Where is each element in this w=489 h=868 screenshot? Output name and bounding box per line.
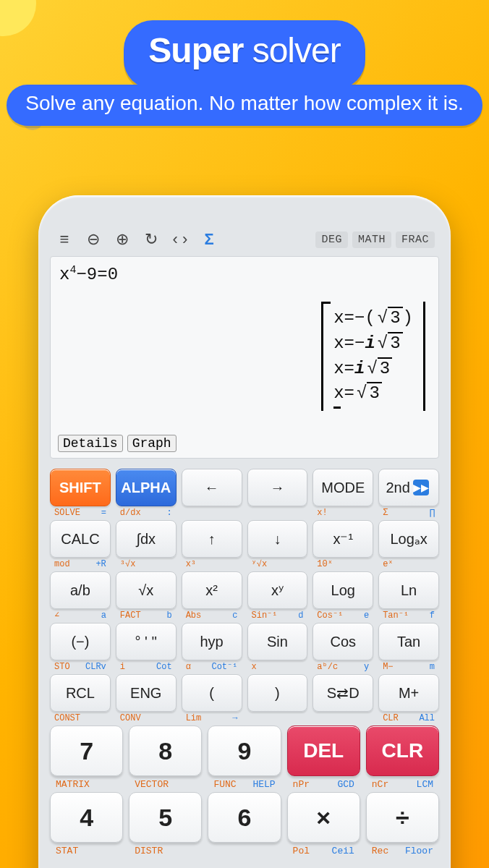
key-divide[interactable]: ÷ xyxy=(366,792,439,843)
key-row2-3[interactable]: ↓ xyxy=(247,520,308,558)
key-row4-5[interactable]: Tan xyxy=(378,623,439,660)
phone-frame: ≡ ⊖ ⊕ ↻ ‹ › Σ DEG MATH FRAC x4−9=0 x=−(3… xyxy=(38,195,451,868)
keypad: SHIFT ALPHA ← → MODE 2nd▶▶ SOLVE=d/dx:x!… xyxy=(50,469,439,856)
solution-1: x=−(3) xyxy=(333,306,413,331)
mode-frac[interactable]: FRAC xyxy=(396,231,435,248)
func-row-2: CALC∫dx↑↓x⁻¹Logₐx xyxy=(50,520,439,558)
sigma-icon[interactable]: Σ xyxy=(199,230,219,249)
solution-2: x=−i3 xyxy=(333,331,413,357)
expression: x4−9=0 xyxy=(59,264,430,284)
left-key[interactable]: ← xyxy=(182,469,242,506)
menu-icon[interactable]: ≡ xyxy=(54,230,75,249)
key-7[interactable]: 7 xyxy=(50,726,123,776)
key-6[interactable]: 6 xyxy=(208,792,281,843)
hints-row-4: STOCLRviCotαCot⁻¹xaᵇ/cyM−m xyxy=(50,663,439,673)
hero-banner: Super solver Solve any equation. No matt… xyxy=(0,0,489,126)
second-key[interactable]: 2nd▶▶ xyxy=(378,469,439,506)
key-multiply[interactable]: × xyxy=(287,792,360,843)
mode-indicators: DEG MATH FRAC xyxy=(315,231,435,248)
num-hints-1: MATRIXVECTORFUNCHELPnPrGCDnCrLCM xyxy=(50,779,439,790)
hints-row-1: SOLVE=d/dx:x!Σ∏ xyxy=(50,509,439,519)
zoom-in-icon[interactable]: ⊕ xyxy=(112,230,132,249)
key-row5-5[interactable]: M+ xyxy=(378,674,439,712)
code-icon[interactable]: ‹ › xyxy=(170,230,190,249)
calc-display: x4−9=0 x=−(3) x=−i3 x=i3 x=3 Details Gra… xyxy=(50,256,439,459)
zoom-out-icon[interactable]: ⊖ xyxy=(83,230,103,249)
key-row5-2[interactable]: ( xyxy=(182,674,242,712)
solution-3: x=i3 xyxy=(333,357,413,382)
forward-icon: ▶▶ xyxy=(413,480,429,495)
mode-deg[interactable]: DEG xyxy=(315,231,348,248)
key-row3-0[interactable]: a/b xyxy=(50,571,111,609)
hints-row-2: mod+R³√xx³ʸ√x10ˣeˣ xyxy=(50,560,439,570)
graph-button[interactable]: Graph xyxy=(127,435,177,452)
key-row4-2[interactable]: hyp xyxy=(182,623,242,660)
key-row5-0[interactable]: RCL xyxy=(50,674,111,712)
key-5[interactable]: 5 xyxy=(129,792,202,843)
right-key[interactable]: → xyxy=(247,469,308,506)
toolbar: ≡ ⊖ ⊕ ↻ ‹ › Σ DEG MATH FRAC xyxy=(50,229,439,256)
title-bubble: Super solver xyxy=(124,20,365,89)
subtitle-bubble: Solve any equation. No matter how comple… xyxy=(0,85,489,126)
key-8[interactable]: 8 xyxy=(129,726,202,776)
clr-key[interactable]: CLR xyxy=(366,726,439,776)
key-9[interactable]: 9 xyxy=(208,726,281,776)
func-row-5: RCLENG()S⇄DM+ xyxy=(50,674,439,712)
hints-row-3: ∠aFACTbAbscSin⁻¹dCos⁻¹eTan⁻¹f xyxy=(50,611,439,621)
del-key[interactable]: DEL xyxy=(287,726,360,776)
key-row3-5[interactable]: Ln xyxy=(378,571,439,609)
key-row2-5[interactable]: Logₐx xyxy=(378,520,439,558)
key-row3-2[interactable]: x² xyxy=(182,571,242,609)
key-row2-4[interactable]: x⁻¹ xyxy=(312,520,373,558)
alpha-key[interactable]: ALPHA xyxy=(116,469,177,506)
key-row3-3[interactable]: xʸ xyxy=(247,571,308,609)
hints-row-5: CONSTCONVLim→CLRAll xyxy=(50,714,439,724)
func-row-3: a/b√xx²xʸLogLn xyxy=(50,571,439,609)
hero-title: Super solver xyxy=(148,30,340,70)
solutions-bracket: x=−(3) x=−i3 x=i3 x=3 xyxy=(321,302,425,411)
key-row4-1[interactable]: ° ' '' xyxy=(116,623,177,660)
num-hints-2: STATDISTRPolCeilRecFloor xyxy=(50,846,439,856)
solution-4: x=3 xyxy=(333,381,413,407)
key-row5-3[interactable]: ) xyxy=(247,674,308,712)
key-row5-1[interactable]: ENG xyxy=(116,674,177,712)
key-4[interactable]: 4 xyxy=(50,792,123,843)
key-row4-0[interactable]: (−) xyxy=(50,623,111,660)
hero-subtitle: Solve any equation. No matter how comple… xyxy=(7,85,482,126)
key-row4-3[interactable]: Sin xyxy=(247,623,308,660)
key-row2-1[interactable]: ∫dx xyxy=(116,520,177,558)
num-row-1: 7 8 9 DEL CLR xyxy=(50,726,439,776)
func-row-4: (−)° ' ''hypSinCosTan xyxy=(50,623,439,660)
key-row5-4[interactable]: S⇄D xyxy=(312,674,373,712)
mode-math[interactable]: MATH xyxy=(352,231,391,248)
key-row2-0[interactable]: CALC xyxy=(50,520,111,558)
mode-key[interactable]: MODE xyxy=(312,469,373,506)
key-row3-1[interactable]: √x xyxy=(116,571,177,609)
details-button[interactable]: Details xyxy=(58,435,123,452)
shift-key[interactable]: SHIFT xyxy=(50,469,111,506)
key-row3-4[interactable]: Log xyxy=(312,571,373,609)
key-row4-4[interactable]: Cos xyxy=(312,623,373,660)
num-row-2: 4 5 6 × ÷ xyxy=(50,792,439,843)
key-row2-2[interactable]: ↑ xyxy=(182,520,242,558)
refresh-icon[interactable]: ↻ xyxy=(141,230,161,249)
